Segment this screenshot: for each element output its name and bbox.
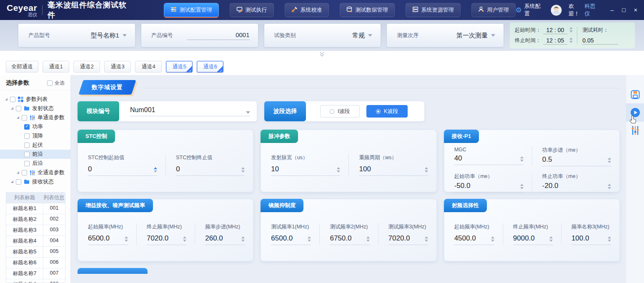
table-row[interactable]: 标题名称5005 xyxy=(6,246,65,257)
product-number-input[interactable]: 0001 xyxy=(187,31,250,40)
checkbox-checked[interactable] xyxy=(24,124,30,130)
start-time-stepper[interactable] xyxy=(569,27,573,33)
nav-tab-system-calibration[interactable]: 系统校准 xyxy=(285,3,329,17)
channel-tab-5[interactable]: 通道5 xyxy=(166,61,193,73)
nav-tab-test-config[interactable]: 测试配置管理 xyxy=(164,3,219,17)
parameters-button[interactable] xyxy=(626,122,644,139)
username[interactable]: 科思仪 xyxy=(584,3,599,18)
table-row[interactable]: 标题名称8008 xyxy=(6,279,65,283)
stepper[interactable] xyxy=(366,236,370,243)
tree-node-power[interactable]: 功率 xyxy=(0,122,70,131)
checkbox[interactable] xyxy=(24,161,30,166)
start-time-input[interactable]: 12 : 00 xyxy=(543,27,568,34)
number-input[interactable]: 6500.0 xyxy=(88,234,128,245)
product-model-field[interactable]: 产品型号 型号名称1 xyxy=(18,24,135,47)
checkbox[interactable] xyxy=(24,152,30,157)
stepper[interactable] xyxy=(425,167,428,173)
stepper[interactable] xyxy=(608,236,611,243)
table-row[interactable]: 标题名称4004 xyxy=(6,235,65,246)
number-input[interactable]: 6500.0 xyxy=(271,234,311,245)
stepper[interactable] xyxy=(308,236,311,243)
channel-tab-2[interactable]: 通道2 xyxy=(73,61,100,73)
table-row[interactable]: 标题名称6006 xyxy=(6,257,65,268)
run-button[interactable] xyxy=(626,103,644,122)
tree-node-trailing-edge[interactable]: 后沿 xyxy=(0,159,70,168)
test-category-select[interactable]: 常规 xyxy=(352,32,372,40)
table-row[interactable]: 标题名称3003 xyxy=(6,225,65,235)
tree-node-top-drop[interactable]: 顶降 xyxy=(0,131,70,140)
stepper[interactable] xyxy=(491,236,494,243)
stepper[interactable] xyxy=(183,236,186,243)
table-row[interactable]: 标题名称2002 xyxy=(6,214,65,225)
stepper[interactable] xyxy=(425,236,428,243)
test-category-field[interactable]: 试验类别 常规 xyxy=(264,24,381,47)
number-input[interactable]: 10 xyxy=(271,165,340,176)
stepper[interactable] xyxy=(241,167,245,173)
measure-order-select[interactable]: 第一次测量 xyxy=(456,32,495,40)
save-button[interactable] xyxy=(626,86,644,103)
product-model-select[interactable]: 型号名称1 xyxy=(90,32,126,40)
number-input[interactable]: 4500.0 xyxy=(454,234,494,245)
stepper[interactable] xyxy=(337,167,340,173)
channel-tab-4[interactable]: 通道4 xyxy=(135,61,162,73)
checkbox[interactable] xyxy=(16,179,21,185)
number-input[interactable]: 100.0 xyxy=(571,234,611,245)
number-input[interactable]: 0.5 xyxy=(542,155,611,166)
number-input[interactable]: 260.0 xyxy=(205,234,245,245)
maximize-button[interactable]: □ xyxy=(622,7,625,13)
nav-tab-test-data[interactable]: 测试数据管理 xyxy=(340,3,395,17)
expander-icon[interactable] xyxy=(11,180,13,183)
close-button[interactable]: × xyxy=(634,7,637,13)
system-config-button[interactable]: ⚙ 系统配置 xyxy=(516,3,544,18)
select-all-toggle[interactable]: 全选 xyxy=(47,80,65,87)
stepper[interactable] xyxy=(520,156,524,163)
channel-tab-3[interactable]: 通道3 xyxy=(104,61,131,73)
stepper[interactable] xyxy=(520,184,524,190)
module-number-select[interactable]: Num001 xyxy=(130,106,250,116)
tree-node-fluctuation[interactable]: 起伏 xyxy=(0,140,70,150)
tree-node-leading-edge[interactable]: 前沿 xyxy=(0,150,70,159)
number-input[interactable]: 6750.0 xyxy=(330,234,369,245)
checkbox[interactable] xyxy=(22,115,27,120)
avatar[interactable] xyxy=(551,5,562,16)
number-input[interactable]: 7020.0 xyxy=(388,234,428,245)
nav-tab-test-execute[interactable]: 测试执行 xyxy=(230,3,274,17)
tree-node-transmit-state[interactable]: 发射状态 xyxy=(0,104,70,113)
stepper[interactable] xyxy=(241,236,245,243)
number-input[interactable]: -20.0 xyxy=(542,182,611,193)
table-row[interactable]: 标题名称1001 xyxy=(6,203,65,214)
expander-icon[interactable] xyxy=(17,171,19,174)
checkbox[interactable] xyxy=(16,106,21,111)
number-input[interactable]: 9000.0 xyxy=(513,234,553,245)
expander-icon[interactable] xyxy=(17,116,19,119)
number-input[interactable]: 7020.0 xyxy=(147,234,186,245)
expander-icon[interactable] xyxy=(11,107,13,110)
checkbox[interactable] xyxy=(10,97,15,102)
stepper[interactable] xyxy=(125,236,128,243)
product-number-field[interactable]: 产品编号 0001 xyxy=(141,24,258,47)
end-time-stepper[interactable] xyxy=(569,38,573,44)
number-input[interactable]: -50.0 xyxy=(454,182,524,193)
stepper[interactable] xyxy=(154,167,157,173)
channel-tab-6[interactable]: 通道6 xyxy=(197,61,223,73)
channel-tab-1[interactable]: 通道1 xyxy=(43,61,69,73)
collapse-panel-button[interactable] xyxy=(301,51,344,57)
tree-node-param-list[interactable]: 参数列表 xyxy=(0,95,70,104)
channel-tab-all[interactable]: 全部通道 xyxy=(6,61,38,73)
table-row[interactable]: 标题名称7007 xyxy=(6,268,65,279)
nav-tab-system-resources[interactable]: 系统资源管理 xyxy=(406,3,461,17)
checkbox[interactable] xyxy=(47,80,53,86)
measure-order-field[interactable]: 测量次序 第一次测量 xyxy=(387,24,504,47)
minimize-button[interactable]: – xyxy=(611,7,614,13)
nav-tab-user-management[interactable]: 用户管理 xyxy=(471,3,516,17)
tree-node-all-channel-params[interactable]: 全通道参数 xyxy=(0,168,70,177)
number-input[interactable]: 0 xyxy=(176,165,245,176)
checkbox[interactable] xyxy=(22,170,27,175)
stepper[interactable] xyxy=(608,158,611,164)
number-input[interactable]: 40 xyxy=(454,154,524,165)
tree-node-receive-state[interactable]: 接收状态 xyxy=(0,177,70,186)
number-input[interactable]: 0 xyxy=(88,165,157,176)
checkbox[interactable] xyxy=(24,143,30,148)
expander-icon[interactable] xyxy=(5,98,8,100)
checkbox[interactable] xyxy=(24,133,30,139)
